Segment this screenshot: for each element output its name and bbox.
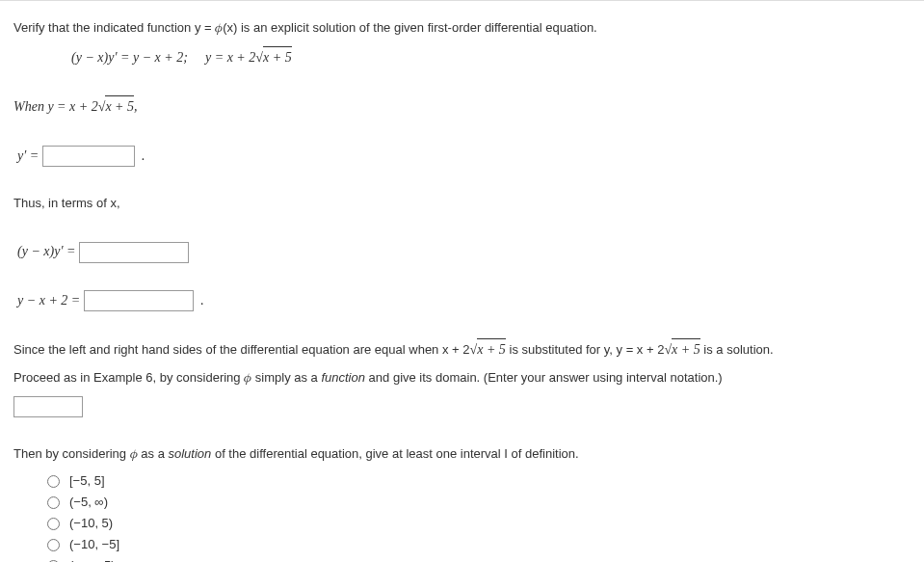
yprime-row: y′ = .: [17, 146, 911, 168]
option-2-label: (−5, ∞): [69, 495, 108, 509]
option-1-label: [−5, 5]: [69, 473, 105, 488]
sqrt-arg-4: x + 5: [672, 338, 700, 361]
option-3-label: (−10, 5): [69, 516, 113, 530]
period-2: .: [200, 293, 204, 308]
option-5-label: (−∞, −5): [69, 558, 116, 562]
interval-options: [−5, 5] (−5, ∞) (−10, 5) (−10, −5] (−∞, …: [42, 472, 911, 562]
eq-lhs: (y − x)y′ = y − x + 2;: [71, 50, 188, 65]
radio-2[interactable]: [47, 496, 60, 509]
radio-1[interactable]: [47, 475, 60, 488]
eq-rhs-pre: y = x + 2: [205, 50, 255, 65]
proceed-pre: Proceed as in Example 6, by considering …: [13, 370, 321, 385]
function-word: function: [321, 370, 365, 385]
when-line: When y = x + 2√x + 5,: [13, 95, 911, 118]
lhs1-row: (y − x)y′ =: [17, 241, 911, 263]
radio-3[interactable]: [47, 518, 60, 530]
sqrt-arg-2: x + 5: [105, 95, 134, 118]
sqrt-arg-1: x + 5: [263, 46, 292, 68]
lhs2-input[interactable]: [84, 290, 194, 311]
domain-input[interactable]: [13, 396, 83, 417]
then-post: of the differential equation, give at le…: [211, 446, 578, 461]
proceed-post: and give its domain. (Enter your answer …: [365, 370, 723, 385]
option-5[interactable]: (−∞, −5): [42, 557, 911, 562]
lhs2-row: y − x + 2 = .: [17, 290, 911, 312]
thus-text: Thus, in terms of x,: [13, 194, 911, 214]
intro-text: Verify that the indicated function y = 𝜙…: [13, 18, 911, 39]
sqrt-arg-3: x + 5: [477, 338, 506, 361]
when-post: ,: [134, 99, 138, 114]
option-1[interactable]: [−5, 5]: [42, 472, 911, 488]
since-mid: is substituted for y, y = x + 2: [506, 342, 665, 357]
option-2[interactable]: (−5, ∞): [42, 494, 911, 509]
option-4[interactable]: (−10, −5]: [42, 536, 911, 551]
proceed-line: Proceed as in Example 6, by considering …: [13, 368, 911, 388]
radio-4[interactable]: [47, 539, 60, 551]
yprime-input[interactable]: [42, 146, 135, 167]
then-pre: Then by considering 𝜙 as a: [13, 446, 168, 461]
when-pre: When y = x + 2: [13, 99, 98, 114]
lhs2-label: y − x + 2 =: [17, 293, 80, 308]
yprime-label: y′ =: [17, 148, 39, 163]
since-pre: Since the left and right hand sides of t…: [13, 342, 470, 357]
period-1: .: [142, 148, 145, 163]
option-3[interactable]: (−10, 5): [42, 515, 911, 530]
then-line: Then by considering 𝜙 as a solution of t…: [13, 444, 911, 465]
lhs1-label: (y − x)y′ =: [17, 244, 75, 258]
lhs1-input[interactable]: [79, 242, 189, 263]
given-equation: (y − x)y′ = y − x + 2; y = x + 2√x + 5: [71, 46, 911, 68]
since-post: is a solution.: [700, 342, 774, 357]
since-line: Since the left and right hand sides of t…: [13, 338, 911, 361]
solution-word: solution: [168, 446, 211, 461]
option-4-label: (−10, −5]: [69, 537, 119, 551]
domain-row: [13, 396, 911, 417]
